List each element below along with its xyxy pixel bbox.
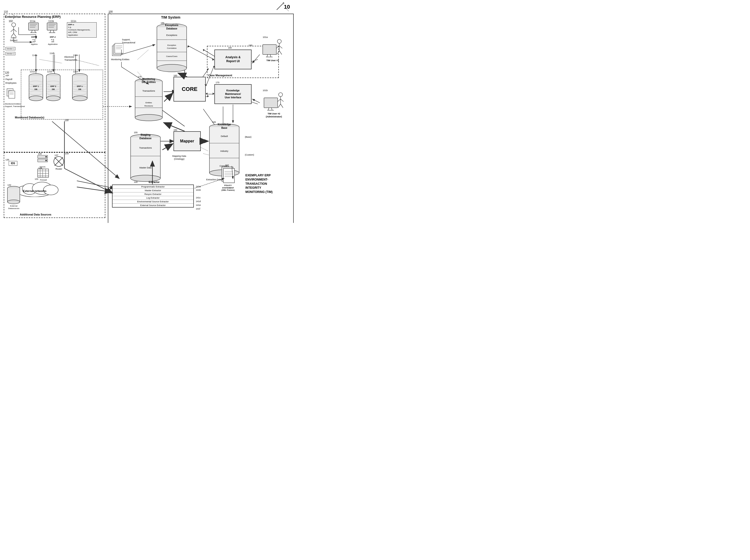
base-label: (Base)	[245, 136, 252, 138]
svg-line-192	[280, 99, 283, 102]
svg-line-47	[35, 30, 36, 33]
svg-rect-52	[47, 23, 57, 30]
svg-line-194	[280, 104, 283, 108]
svg-text:DB: DB	[35, 88, 37, 90]
ext-ds-ref: 132	[7, 184, 11, 186]
svg-point-189	[279, 92, 282, 97]
svg-line-191	[278, 99, 280, 102]
programmatic-extractor: Programmatic Extractor	[113, 185, 193, 189]
tim-system-ref: 100	[108, 11, 113, 13]
additional-sources-label: Additional Data Sources	[20, 213, 51, 216]
monitored-db-label: Monitored Database(s)	[15, 116, 44, 119]
svg-rect-175	[263, 45, 276, 55]
router-ref: 137	[55, 154, 58, 157]
svg-line-36	[277, 2, 284, 10]
vendor1-label: Vendor 1	[5, 47, 15, 50]
policy-statement-ref: 167	[225, 164, 229, 166]
erpn-db: ERP n DB	[72, 73, 88, 103]
tim-system-title: TIM System	[161, 15, 180, 19]
svg-text:Default: Default	[221, 135, 228, 138]
svg-rect-154	[131, 138, 160, 178]
svg-text:Database: Database	[140, 137, 152, 140]
external-networks-cloud: External networks	[15, 180, 70, 197]
ap-label: A/P	[5, 74, 9, 77]
svg-text:Transactions: Transactions	[142, 90, 155, 92]
doc-pile-icon	[111, 42, 123, 58]
svg-point-120	[7, 200, 20, 204]
erp-con-ref-114a: 114a	[32, 54, 37, 57]
svg-text:Entities: Entities	[145, 102, 152, 104]
svg-point-39	[12, 23, 16, 27]
ref-141f: 141f	[196, 208, 200, 210]
svg-point-83	[72, 96, 87, 101]
extractor-label-text: Extractor	[149, 181, 160, 184]
svg-text:ERP 2: ERP 2	[51, 85, 57, 87]
svg-line-181	[276, 46, 279, 48]
svg-text:Cases/Clues: Cases/Clues	[166, 55, 177, 58]
svg-line-187	[271, 108, 272, 110]
knowledge-maint-box: KnowledgeMaintenance/User Interface	[214, 84, 252, 104]
extractor-ref: 140	[134, 181, 138, 183]
svg-line-54	[53, 30, 54, 33]
firewall-ref: 136	[38, 167, 42, 169]
svg-text:DB: DB	[52, 88, 55, 90]
policy-statement: POLICYSTATEMENT(XML Frames)	[218, 166, 238, 191]
support-transactional-label: Support,Transactional	[122, 38, 135, 44]
tim-user2-icon: TIM User #2(Administrator)	[260, 92, 288, 118]
svg-line-183	[277, 51, 279, 55]
case-mgmt-ref: 190	[249, 44, 252, 46]
erpn-db-ref: 121n	[73, 70, 78, 73]
mapping-data-label: Mapping Data(Ontology)	[172, 155, 186, 161]
erp-section-title: Enterprise Resource Planning (ERP)	[5, 15, 61, 19]
monitoring-db-ref: 175	[138, 76, 141, 78]
ref-141c: 141c	[196, 196, 201, 199]
monitoring-db-cylinder: Monitoring DB, Entities Transactions Ent…	[134, 78, 163, 123]
svg-text:Correlation: Correlation	[167, 47, 176, 49]
svg-point-179	[277, 39, 281, 43]
svg-line-184	[279, 51, 282, 55]
svg-text:Database: Database	[166, 27, 177, 30]
svg-text:Base: Base	[221, 127, 227, 129]
vendor2-label: Vendor 2	[5, 52, 15, 55]
exceptions-db-cylinder: Exceptions Exception Correlation Cases/C…	[156, 23, 188, 73]
svg-rect-45	[28, 23, 38, 30]
svg-line-46	[32, 30, 32, 33]
svg-text:ERP 1: ERP 1	[33, 85, 39, 87]
core-box: CORE	[174, 77, 206, 102]
ref-141d: 141d	[196, 200, 201, 203]
svg-text:External networks: External networks	[23, 189, 46, 192]
erp2-computer	[46, 22, 59, 35]
log-extractor: Log Extractor	[113, 196, 193, 200]
diagram-container: 10 110 Enterprise Resource Planning (ERP…	[0, 0, 297, 223]
svg-text:DB, Entities: DB, Entities	[142, 81, 156, 83]
svg-text:Exceptions: Exceptions	[165, 24, 178, 26]
electronic-transactions-label: ElectronicTransactions	[64, 56, 77, 61]
svg-text:Master Data: Master Data	[139, 166, 152, 169]
erp1-label: ERP-1e.g.A/PApplica	[27, 36, 42, 45]
server-logs-ref: 134	[38, 152, 42, 155]
monitoring-entities-label: Monitoring Entities	[111, 58, 130, 61]
svg-rect-137	[115, 43, 123, 53]
svg-rect-93	[9, 91, 15, 98]
ext-source-extractor: External Source Extractor	[113, 204, 193, 207]
svg-line-41	[11, 29, 14, 32]
staging-db-ref: 155	[134, 131, 138, 134]
erp1-db-ref: 121a	[30, 70, 35, 73]
svg-point-63	[29, 96, 43, 101]
svg-line-182	[279, 46, 282, 48]
staging-db-cylinder: Staging Database Transactions Master Dat…	[130, 134, 162, 183]
svg-line-186	[268, 108, 269, 110]
external-datasources: ExternalDatasources	[7, 186, 21, 206]
firewall-icon: Firewall	[37, 168, 50, 181]
svg-text:Exception: Exception	[167, 44, 176, 46]
monitored-db-ref: 130	[64, 119, 68, 122]
svg-text:Transactions: Transactions	[139, 147, 152, 149]
core-ref: 160	[174, 74, 177, 77]
master-extractor: Master Extractor	[113, 189, 193, 192]
payroll-label: Payroll	[5, 78, 13, 81]
svg-line-53	[50, 30, 51, 33]
erpn-box: ERP-ne.g.Contracts Managements,A/R, CRMA…	[67, 22, 97, 38]
svg-text:Exceptions: Exceptions	[166, 34, 177, 36]
ref-141b: 141b	[196, 189, 201, 191]
svg-text:DB: DB	[78, 88, 81, 90]
